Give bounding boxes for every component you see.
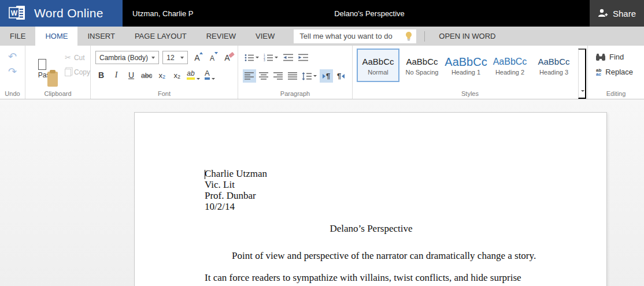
chevron-down-icon	[212, 78, 215, 80]
open-in-word-button[interactable]: OPEN IN WORD	[433, 27, 501, 46]
find-button[interactable]: Find	[596, 53, 624, 61]
font-color-icon: A	[205, 69, 210, 80]
cut-button[interactable]: ✂ Cut	[65, 53, 90, 62]
ribbon-group-font: Cambria (Body) 12 A A A B I U abc x2	[91, 46, 238, 99]
numbering-button[interactable]: 1 2 3	[262, 51, 280, 64]
app-header: W Word Online Utzman, Charlie P Delano's…	[0, 0, 644, 27]
font-family-value: Cambria (Body)	[99, 54, 148, 62]
bullets-button[interactable]	[243, 51, 261, 64]
ribbon-group-clipboard: Paste ✂ Cut Copy Clipboard	[25, 46, 91, 99]
app-logo[interactable]: W Word Online	[0, 0, 123, 27]
right-to-left-button[interactable]: ¶	[334, 69, 347, 83]
replace-button[interactable]: ab ac Replace	[596, 68, 633, 76]
undo-icon: ↶	[8, 51, 17, 62]
style-normal[interactable]: AaBbCc Normal	[357, 49, 399, 82]
justify-icon	[288, 72, 297, 80]
menu-bar: FILE HOME INSERT PAGE LAYOUT REVIEW VIEW…	[0, 27, 644, 46]
svg-text:3: 3	[264, 59, 265, 62]
bold-button[interactable]: B	[95, 68, 107, 81]
scissors-icon: ✂	[65, 53, 71, 62]
tab-file[interactable]: FILE	[0, 27, 35, 46]
replace-icon: ab ac	[596, 68, 601, 76]
tab-view[interactable]: VIEW	[246, 27, 284, 46]
tab-home[interactable]: HOME	[35, 27, 77, 46]
group-label-editing: Editing	[588, 90, 644, 97]
chevron-down-icon	[275, 57, 278, 58]
app-title: Word Online	[34, 6, 103, 20]
copy-button[interactable]: Copy	[65, 68, 90, 76]
ltr-arrow-icon	[323, 74, 325, 79]
document-workspace: Charlie Utzman Vic. Lit Prof. Dunbar 10/…	[0, 99, 644, 286]
superscript-button[interactable]: x2	[171, 68, 183, 81]
font-size-dropdown[interactable]: 12	[162, 51, 188, 64]
chevron-down-icon	[151, 57, 155, 59]
document-page[interactable]: Charlie Utzman Vic. Lit Prof. Dunbar 10/…	[134, 112, 607, 286]
cut-label: Cut	[74, 54, 85, 62]
align-right-button[interactable]	[272, 69, 285, 83]
doc-paragraph[interactable]: It can force readers to sympathize with …	[205, 272, 538, 283]
group-label-paragraph: Paragraph	[238, 90, 352, 97]
document-title[interactable]: Delano's Perspective	[334, 9, 405, 18]
ribbon-group-paragraph: 1 2 3	[238, 46, 353, 99]
style-sample: AaBbCc	[538, 55, 569, 68]
superscript-script: 2	[177, 74, 180, 80]
shrink-font-icon: A	[210, 54, 214, 62]
share-button[interactable]: Share	[590, 0, 644, 27]
person-plus-icon	[598, 9, 608, 18]
highlight-button[interactable]: ab	[186, 68, 200, 81]
strikethrough-button[interactable]: abc	[140, 68, 153, 81]
numbered-list-icon: 1 2 3	[264, 54, 273, 62]
document-content[interactable]: Charlie Utzman Vic. Lit Prof. Dunbar 10/…	[135, 113, 606, 283]
copy-label: Copy	[74, 68, 90, 76]
style-heading-2[interactable]: AaBbCc Heading 2	[488, 49, 531, 82]
replace-label: Replace	[605, 68, 633, 76]
subscript-button[interactable]: x2	[156, 68, 168, 81]
font-color-button[interactable]: A	[204, 68, 216, 81]
redo-button[interactable]: ↷	[4, 64, 21, 79]
group-label-styles: Styles	[353, 90, 587, 97]
left-to-right-button[interactable]: ¶	[320, 69, 333, 83]
align-right-icon	[273, 72, 283, 80]
line-spacing-button[interactable]	[300, 69, 319, 83]
style-sample: AaBbCc	[406, 55, 438, 68]
doc-header-line[interactable]: Prof. Dunbar	[205, 190, 538, 201]
doc-title[interactable]: Delano’s Perspective	[205, 223, 538, 234]
underline-button[interactable]: U	[125, 68, 137, 81]
italic-button[interactable]: I	[110, 68, 122, 81]
undo-button[interactable]: ↶	[4, 49, 21, 64]
font-family-dropdown[interactable]: Cambria (Body)	[95, 51, 159, 64]
tell-me-input[interactable]	[294, 32, 405, 40]
style-name: Normal	[368, 69, 388, 76]
tab-page-layout[interactable]: PAGE LAYOUT	[125, 27, 197, 46]
style-name: Heading 2	[495, 69, 524, 76]
decrease-indent-icon	[283, 54, 293, 61]
increase-indent-button[interactable]	[296, 51, 310, 64]
style-heading-1[interactable]: AaBbCc Heading 1	[445, 49, 487, 82]
bullet-list-icon	[245, 54, 254, 62]
ribbon: ↶ ↷ Undo Paste ✂ Cut Copy Clipboard Ca	[0, 46, 644, 99]
doc-header-line[interactable]: Vic. Lit	[205, 179, 538, 190]
style-sample: AaBbCc	[445, 55, 487, 68]
grow-font-icon: A	[194, 53, 199, 62]
shrink-font-button[interactable]: A	[206, 51, 218, 64]
align-center-button[interactable]	[257, 69, 271, 83]
tell-me-box	[294, 29, 416, 43]
style-no-spacing[interactable]: AaBbCc No Spacing	[401, 49, 443, 82]
tab-insert[interactable]: INSERT	[77, 27, 124, 46]
style-heading-3[interactable]: AaBbCc Heading 3	[532, 49, 575, 82]
doc-paragraph[interactable]: Point of view and perspective of the nar…	[205, 250, 538, 261]
justify-button[interactable]	[286, 69, 299, 83]
style-name: Heading 1	[451, 69, 480, 76]
line-spacing-icon	[302, 72, 312, 80]
chevron-down-icon	[256, 57, 259, 58]
decrease-indent-button[interactable]	[281, 51, 295, 64]
doc-header-line[interactable]: 10/2/14	[205, 201, 538, 212]
word-logo-icon: W	[8, 4, 28, 23]
clear-formatting-button[interactable]: A	[221, 51, 233, 64]
chevron-down-icon	[313, 75, 317, 77]
style-name: Heading 3	[539, 69, 568, 76]
tab-review[interactable]: REVIEW	[197, 27, 246, 46]
share-label: Share	[613, 9, 636, 18]
grow-font-button[interactable]: A	[191, 51, 203, 64]
align-left-button[interactable]	[243, 69, 256, 83]
